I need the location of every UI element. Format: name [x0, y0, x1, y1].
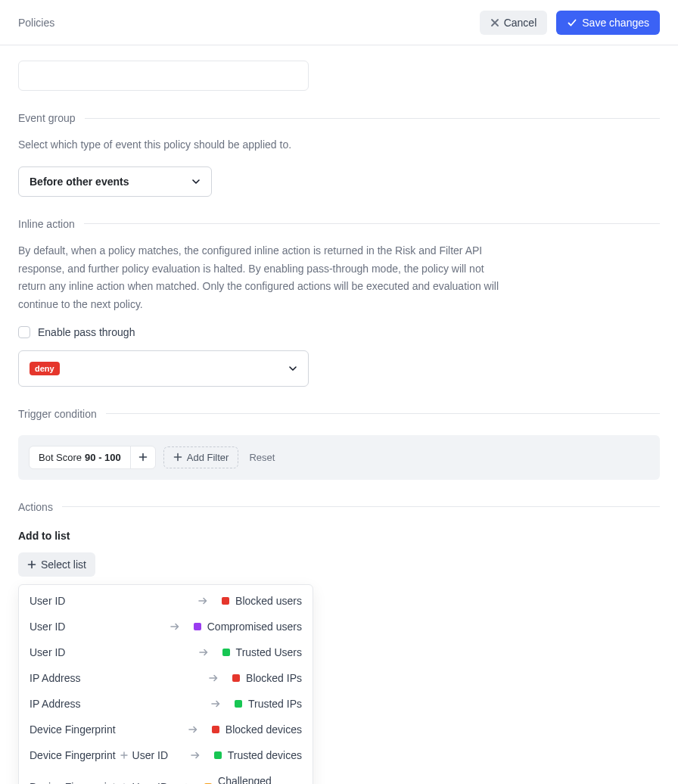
color-dot — [232, 674, 240, 682]
color-dot — [194, 623, 201, 630]
actions-heading: Actions — [18, 501, 53, 513]
list-item-target: Compromised users — [207, 621, 302, 633]
list-item[interactable]: User IDCompromised users — [19, 614, 313, 639]
list-item-keys: IP Address — [30, 672, 80, 684]
plus-icon — [173, 453, 182, 462]
list-item-keys: User ID — [30, 595, 65, 607]
divider — [62, 506, 660, 507]
arrow-right-icon — [208, 673, 219, 683]
color-dot — [222, 597, 229, 605]
page-header: Policies Cancel Save changes — [0, 0, 678, 45]
list-item-keys: Device FingerprintUser ID — [30, 749, 168, 761]
reset-button[interactable]: Reset — [249, 452, 275, 463]
add-filter-label: Add Filter — [187, 452, 229, 463]
list-item-key: User ID — [132, 749, 168, 761]
select-list-label: Select list — [41, 558, 86, 571]
list-item[interactable]: User IDTrusted Users — [19, 639, 313, 665]
trigger-chip-prefix: Bot Score — [39, 452, 82, 463]
list-item[interactable]: User IDBlocked users — [19, 588, 313, 614]
chevron-down-icon — [191, 177, 201, 186]
divider — [84, 223, 660, 224]
list-item-key: IP Address — [30, 698, 80, 710]
list-item-target: Trusted IPs — [248, 698, 302, 710]
inline-action-select[interactable]: deny — [18, 350, 309, 387]
arrow-right-icon — [210, 698, 221, 709]
close-icon — [490, 18, 499, 27]
pass-through-row: Enable pass through — [18, 326, 660, 338]
arrow-right-icon — [190, 750, 201, 761]
list-item-key: User ID — [30, 646, 65, 658]
list-item-target: Challenged devices — [218, 775, 302, 784]
cancel-label: Cancel — [504, 17, 537, 29]
event-group-heading: Event group — [18, 112, 76, 124]
list-item-keys: IP Address — [30, 698, 80, 710]
event-group-selected: Before other events — [30, 176, 129, 188]
list-item-target: Blocked IPs — [246, 672, 302, 684]
list-item-key: Device Fingerprint — [30, 781, 116, 784]
list-item-key: Device Fingerprint — [30, 723, 116, 736]
actions-heading-row: Actions — [18, 501, 660, 513]
save-label: Save changes — [582, 17, 649, 29]
list-item-target: Blocked devices — [225, 723, 302, 736]
list-item-key: User ID — [30, 595, 65, 607]
cancel-button[interactable]: Cancel — [480, 11, 548, 35]
check-icon — [567, 17, 577, 28]
list-item[interactable]: IP AddressTrusted IPs — [19, 691, 313, 717]
plus-icon — [120, 751, 128, 759]
list-item[interactable]: IP AddressBlocked IPs — [19, 665, 313, 691]
color-dot — [212, 726, 219, 733]
event-group-description: Select which type of event this policy s… — [18, 136, 502, 154]
divider — [85, 118, 661, 119]
action-badge-deny: deny — [30, 362, 60, 375]
list-item-key: Device Fingerprint — [30, 749, 116, 761]
color-dot — [222, 649, 230, 656]
content: Event group Select which type of event t… — [0, 61, 678, 784]
add-filter-button[interactable]: Add Filter — [163, 446, 239, 468]
prior-select-outline[interactable] — [18, 61, 309, 91]
list-item[interactable]: Device FingerprintUser IDTrusted devices — [19, 742, 313, 768]
inline-action-description: By default, when a policy matches, the c… — [18, 242, 502, 314]
pass-through-label: Enable pass through — [38, 326, 135, 338]
select-list-dropdown: User IDBlocked usersUser IDCompromised u… — [18, 584, 313, 784]
list-item[interactable]: Device FingerprintUser IDChallenged devi… — [19, 768, 313, 784]
arrow-right-icon — [188, 724, 198, 735]
trigger-chip-bot-score[interactable]: Bot Score 90 - 100 — [30, 446, 130, 468]
event-group-heading-row: Event group — [18, 112, 660, 124]
plus-icon — [138, 453, 148, 462]
divider — [106, 413, 660, 414]
trigger-chip-add-button[interactable] — [130, 446, 155, 468]
save-button[interactable]: Save changes — [556, 11, 660, 35]
inline-action-heading: Inline action — [18, 218, 75, 230]
list-item-key: User ID — [30, 621, 65, 633]
pass-through-checkbox[interactable] — [18, 326, 30, 338]
page-title: Policies — [18, 17, 54, 29]
arrow-right-icon — [170, 621, 180, 632]
list-item-keys: Device Fingerprint — [30, 723, 116, 736]
chevron-down-icon — [288, 364, 297, 373]
color-dot — [214, 751, 222, 759]
list-item-keys: User ID — [30, 621, 65, 633]
arrow-right-icon — [198, 647, 209, 658]
select-list-button[interactable]: Select list — [18, 552, 95, 577]
inline-action-heading-row: Inline action — [18, 218, 660, 230]
trigger-heading: Trigger condition — [18, 408, 97, 420]
list-item-keys: Device FingerprintUser ID — [30, 781, 168, 784]
list-item-key: User ID — [132, 781, 168, 784]
trigger-chip-group: Bot Score 90 - 100 — [29, 446, 156, 469]
list-item[interactable]: Device FingerprintBlocked devices — [19, 717, 313, 742]
event-group-select[interactable]: Before other events — [18, 166, 212, 197]
list-item-keys: User ID — [30, 646, 65, 658]
list-item-key: IP Address — [30, 672, 80, 684]
list-item-target: Trusted Users — [236, 646, 302, 658]
trigger-heading-row: Trigger condition — [18, 408, 660, 420]
list-item-target: Blocked users — [235, 595, 302, 607]
trigger-bar: Bot Score 90 - 100 Add Filter Reset — [18, 435, 660, 480]
header-actions: Cancel Save changes — [480, 11, 660, 35]
add-to-list-label: Add to list — [18, 530, 660, 542]
list-item-target: Trusted devices — [228, 749, 302, 761]
trigger-chip-value: 90 - 100 — [85, 452, 121, 463]
plus-icon — [27, 560, 36, 569]
arrow-right-icon — [197, 596, 208, 606]
color-dot — [235, 700, 242, 708]
